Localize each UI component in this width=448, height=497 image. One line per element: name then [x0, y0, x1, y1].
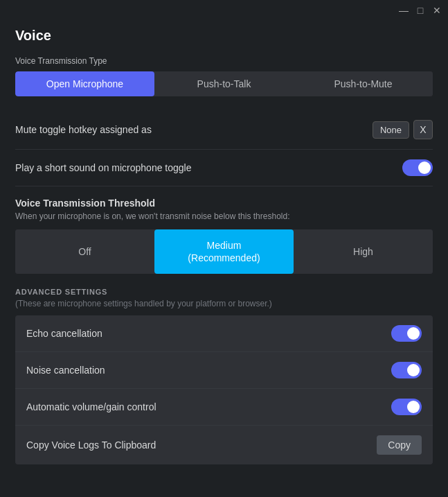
open-microphone-button[interactable]: Open Microphone: [15, 71, 154, 96]
hotkey-controls: None X: [373, 120, 433, 139]
title-bar: — □ ✕: [0, 0, 448, 21]
auto-gain-row: Automatic volume/gain control: [15, 389, 433, 426]
echo-cancellation-toggle[interactable]: [391, 325, 422, 342]
threshold-section: Voice Transmission Threshold When your m…: [15, 198, 433, 274]
noise-cancellation-toggle[interactable]: [391, 362, 422, 378]
threshold-medium-button[interactable]: Medium (Recommended): [154, 229, 294, 274]
noise-cancellation-slider: [391, 362, 422, 378]
hotkey-clear-button[interactable]: X: [413, 120, 433, 139]
copy-logs-label: Copy Voice Logs To Clipboard: [26, 439, 156, 451]
advanced-settings-title: ADVANCED SETTINGS: [15, 288, 433, 296]
threshold-description: When your microphone is on, we won't tra…: [15, 211, 433, 221]
auto-gain-slider: [391, 399, 422, 415]
threshold-selector: Off Medium (Recommended) High: [15, 229, 433, 274]
threshold-medium-line2: (Recommended): [188, 252, 260, 263]
sound-toggle-row: Play a short sound on microphone toggle: [15, 150, 433, 186]
echo-cancellation-slider: [391, 325, 422, 342]
noise-cancellation-label: Noise cancellation: [26, 365, 105, 376]
advanced-settings-description: (These are microphone settings handled b…: [15, 299, 433, 308]
threshold-high-button[interactable]: High: [294, 229, 433, 274]
echo-cancellation-row: Echo cancellation: [15, 315, 433, 352]
sound-toggle-slider: [402, 159, 433, 176]
mute-hotkey-row: Mute toggle hotkey assigned as None X: [15, 110, 433, 150]
copy-logs-row: Copy Voice Logs To Clipboard Copy: [15, 426, 433, 464]
hotkey-value: None: [373, 121, 409, 139]
maximize-button[interactable]: □: [415, 5, 426, 16]
advanced-settings-section: ADVANCED SETTINGS (These are microphone …: [15, 288, 433, 464]
echo-cancellation-label: Echo cancellation: [26, 328, 102, 339]
push-to-talk-button[interactable]: Push-to-Talk: [154, 71, 294, 96]
threshold-off-button[interactable]: Off: [15, 229, 154, 274]
copy-logs-button[interactable]: Copy: [377, 435, 422, 455]
auto-gain-toggle[interactable]: [391, 399, 422, 415]
transmission-section-label: Voice Transmission Type: [15, 56, 433, 66]
window-controls: — □ ✕: [398, 5, 442, 16]
sound-toggle-label: Play a short sound on microphone toggle: [15, 162, 192, 173]
sound-toggle[interactable]: [402, 159, 433, 176]
push-to-mute-button[interactable]: Push-to-Mute: [294, 71, 433, 96]
auto-gain-label: Automatic volume/gain control: [26, 401, 156, 412]
threshold-medium-line1: Medium: [207, 240, 242, 251]
minimize-button[interactable]: —: [398, 5, 409, 16]
noise-cancellation-row: Noise cancellation: [15, 352, 433, 389]
advanced-settings-rows: Echo cancellation Noise cancellation Aut…: [15, 315, 433, 464]
main-content: Voice Voice Transmission Type Open Micro…: [0, 21, 448, 497]
threshold-title: Voice Transmission Threshold: [15, 198, 433, 209]
page-title: Voice: [15, 28, 433, 44]
mute-hotkey-label: Mute toggle hotkey assigned as: [15, 124, 152, 135]
transmission-type-selector: Open Microphone Push-to-Talk Push-to-Mut…: [15, 71, 433, 96]
close-button[interactable]: ✕: [431, 5, 442, 16]
